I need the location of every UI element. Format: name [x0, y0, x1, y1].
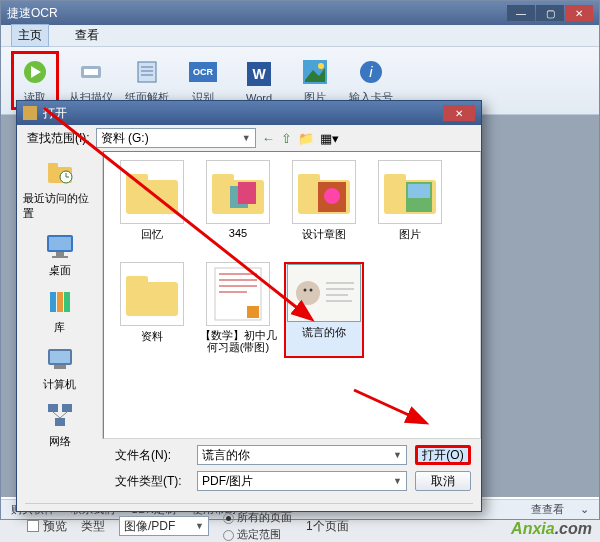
watermark: Anxia.com: [511, 520, 592, 538]
svg-rect-31: [126, 174, 148, 184]
svg-rect-24: [54, 365, 66, 369]
svg-rect-17: [56, 252, 64, 256]
dialog-title: 打开: [43, 105, 67, 122]
range-select-radio[interactable]: 选定范围: [223, 527, 292, 542]
filetype-label: 文件类型(T):: [115, 473, 189, 490]
svg-rect-13: [48, 163, 58, 169]
list-item[interactable]: 回忆: [112, 160, 192, 256]
ocr-icon: OCR: [187, 56, 219, 88]
svg-line-28: [53, 412, 60, 418]
open-button[interactable]: 打开(O): [415, 445, 471, 465]
page-count: 1个页面: [306, 518, 349, 535]
svg-rect-37: [298, 174, 320, 184]
file-list[interactable]: 回忆 345 设计章图 图片 资料 【数学】初中几何习题(带图): [103, 151, 481, 439]
category-combo[interactable]: 图像/PDF▼: [119, 516, 209, 536]
svg-rect-41: [384, 174, 406, 184]
svg-rect-19: [50, 292, 56, 312]
svg-point-39: [324, 188, 340, 204]
svg-rect-2: [84, 69, 98, 75]
svg-rect-27: [55, 418, 65, 426]
lookin-label: 查找范围(I):: [27, 130, 90, 147]
status-find[interactable]: 查查看: [531, 502, 564, 517]
chevron-down-icon: ⌄: [580, 503, 589, 516]
minimize-button[interactable]: —: [507, 5, 535, 21]
word-icon: W: [243, 58, 275, 90]
svg-point-53: [296, 281, 320, 305]
parse-icon: [131, 56, 163, 88]
svg-point-54: [304, 289, 307, 292]
list-item-selected[interactable]: 谎言的你: [284, 262, 364, 358]
menu-home[interactable]: 主页: [11, 24, 49, 47]
info-icon: i: [355, 56, 387, 88]
list-item[interactable]: 345: [198, 160, 278, 256]
category-label: 类型: [81, 518, 105, 535]
new-folder-icon[interactable]: 📁: [298, 131, 314, 146]
folder-icon: [23, 106, 37, 120]
filename-input[interactable]: 谎言的你▼: [197, 445, 407, 465]
menubar: 主页 查看: [1, 25, 599, 47]
svg-rect-35: [238, 182, 256, 204]
svg-rect-33: [212, 174, 234, 184]
place-desktop[interactable]: 桌面: [23, 229, 97, 278]
app-title: 捷速OCR: [7, 5, 58, 22]
svg-rect-44: [126, 282, 178, 316]
view-icon[interactable]: ▦▾: [320, 131, 339, 146]
svg-rect-21: [64, 292, 70, 312]
list-item[interactable]: 设计章图: [284, 160, 364, 256]
svg-rect-16: [49, 237, 71, 250]
file-open-dialog: 打开 ✕ 查找范围(I): 资料 (G:)▼ ← ⇧ 📁 ▦▾ 最近访问的位置 …: [16, 100, 482, 512]
app-titlebar: 捷速OCR — ▢ ✕: [1, 1, 599, 25]
svg-point-9: [318, 63, 324, 69]
menu-view[interactable]: 查看: [69, 25, 105, 46]
svg-rect-3: [138, 62, 156, 82]
svg-rect-20: [57, 292, 63, 312]
places-bar: 最近访问的位置 桌面 库 计算机 网络: [17, 151, 103, 439]
svg-rect-26: [62, 404, 72, 412]
svg-rect-23: [50, 351, 70, 363]
maximize-button[interactable]: ▢: [536, 5, 564, 21]
svg-line-29: [60, 412, 67, 418]
read-icon: [19, 56, 51, 88]
dialog-toolbar: 查找范围(I): 资料 (G:)▼ ← ⇧ 📁 ▦▾: [17, 125, 481, 151]
svg-rect-45: [126, 276, 148, 286]
range-all-radio[interactable]: 所有的页面: [223, 510, 292, 525]
list-item[interactable]: 资料: [112, 262, 192, 358]
dialog-titlebar: 打开 ✕: [17, 101, 481, 125]
cancel-button[interactable]: 取消: [415, 471, 471, 491]
svg-rect-51: [247, 306, 259, 318]
svg-rect-43: [408, 184, 430, 198]
svg-rect-25: [48, 404, 58, 412]
list-item[interactable]: 图片: [370, 160, 450, 256]
scanner-icon: [75, 56, 107, 88]
svg-rect-30: [126, 180, 178, 214]
place-libraries[interactable]: 库: [23, 286, 97, 335]
back-icon[interactable]: ←: [262, 131, 275, 146]
place-computer[interactable]: 计算机: [23, 343, 97, 392]
dialog-close-button[interactable]: ✕: [443, 105, 475, 121]
svg-rect-18: [52, 256, 68, 258]
filetype-combo[interactable]: PDF/图片▼: [197, 471, 407, 491]
close-button[interactable]: ✕: [565, 5, 593, 21]
list-item[interactable]: 【数学】初中几何习题(带图): [198, 262, 278, 358]
image-icon: [299, 56, 331, 88]
svg-point-55: [310, 289, 313, 292]
filename-label: 文件名(N):: [115, 447, 189, 464]
up-icon[interactable]: ⇧: [281, 131, 292, 146]
preview-checkbox[interactable]: 预览: [27, 518, 67, 535]
place-network[interactable]: 网络: [23, 400, 97, 449]
place-recent[interactable]: 最近访问的位置: [23, 157, 97, 221]
lookin-combo[interactable]: 资料 (G:)▼: [96, 128, 256, 148]
